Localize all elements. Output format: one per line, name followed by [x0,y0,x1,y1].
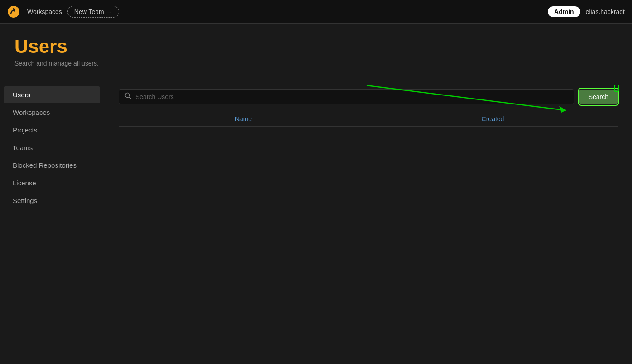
page-title: Users [14,36,618,57]
page-subtitle: Search and manage all users. [14,60,618,67]
workspaces-nav-link[interactable]: Workspaces [27,8,62,15]
app-logo[interactable] [7,5,20,18]
sidebar-item-blocked-repositories[interactable]: Blocked Repositories [4,157,100,174]
svg-marker-5 [559,106,566,113]
sidebar-item-settings[interactable]: Settings [4,192,100,209]
svg-line-3 [129,97,131,99]
sidebar-item-users[interactable]: Users [4,86,100,103]
sidebar-item-license[interactable]: License [4,175,100,191]
search-input-wrapper [119,89,574,104]
main-layout: Users Workspaces Projects Teams Blocked … [0,76,632,364]
table-header: Name Created [119,115,618,127]
svg-point-0 [8,6,19,18]
sidebar-item-projects[interactable]: Projects [4,122,100,138]
admin-badge[interactable]: Admin [548,6,580,17]
search-input[interactable] [135,93,568,100]
search-icon [124,92,132,101]
topnav: Workspaces New Team → Admin elias.hackra… [0,0,632,24]
page-header: Users Search and manage all users. [0,24,632,76]
new-team-button[interactable]: New Team → [67,6,119,18]
username-display: elias.hackradt [586,8,625,15]
svg-point-1 [13,8,14,10]
sidebar-item-teams[interactable]: Teams [4,139,100,156]
sidebar-item-workspaces[interactable]: Workspaces [4,104,100,121]
search-row: Search [119,89,618,104]
search-button[interactable]: Search [579,90,618,104]
topnav-right: Admin elias.hackradt [548,6,625,17]
table-col-name: Name [119,115,368,123]
content-area: Search Name Created [104,76,632,364]
sidebar: Users Workspaces Projects Teams Blocked … [0,76,104,364]
table-col-created: Created [368,115,618,123]
